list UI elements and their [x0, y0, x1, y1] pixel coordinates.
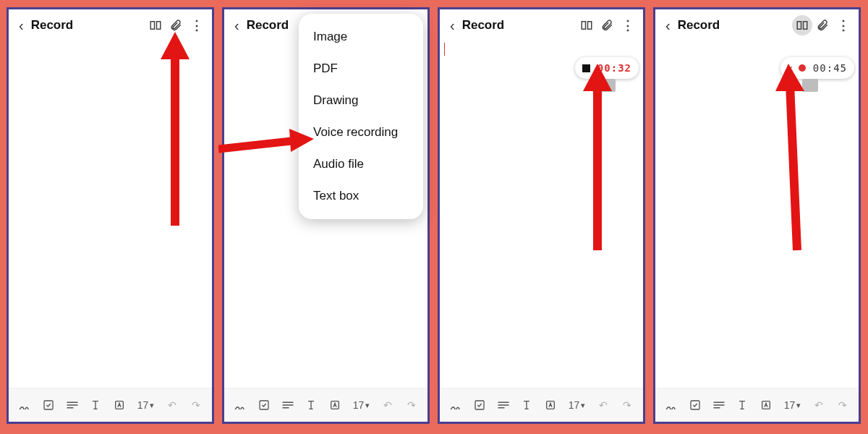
drag-handle[interactable] [802, 79, 818, 92]
text-cursor [444, 43, 445, 56]
undo-button[interactable]: ↶ [162, 394, 183, 416]
header: ‹ Record ⋮ [440, 9, 643, 41]
back-icon[interactable]: ‹ [14, 17, 28, 34]
caret-down-icon: ▾ [581, 401, 585, 410]
redo-button[interactable]: ↷ [832, 394, 853, 416]
recording-time: 00:45 [813, 62, 847, 74]
text-format-button[interactable] [732, 394, 753, 416]
back-icon[interactable]: ‹ [230, 17, 244, 34]
collapse-icon[interactable]: ‹ [788, 62, 793, 74]
checkbox-button[interactable] [38, 394, 59, 416]
font-size-value: 17 [137, 399, 149, 411]
header: ‹ Record ⋮ [655, 9, 859, 41]
caret-down-icon: ▾ [796, 401, 801, 410]
recording-pill[interactable]: 00:32 [575, 57, 639, 79]
handwriting-button[interactable] [661, 394, 682, 416]
divider-button[interactable] [708, 394, 729, 416]
attach-icon[interactable] [597, 15, 617, 35]
caret-down-icon: ▾ [150, 401, 154, 410]
text-color-button[interactable] [756, 394, 777, 416]
note-canvas[interactable] [9, 41, 212, 381]
bottom-toolbar: 17▾ ↶ ↷ [655, 388, 859, 422]
attach-icon[interactable] [812, 15, 833, 35]
record-dot-icon[interactable] [799, 64, 806, 72]
text-color-button[interactable] [109, 394, 130, 416]
menu-item-pdf[interactable]: PDF [299, 53, 423, 85]
stop-icon[interactable] [582, 64, 590, 72]
font-size-button[interactable]: 17▾ [563, 394, 590, 416]
page-title: Record [462, 18, 505, 33]
font-size-value: 17 [569, 399, 580, 411]
font-size-value: 17 [353, 399, 365, 411]
handwriting-button[interactable] [446, 394, 467, 416]
recording-pill[interactable]: ‹ 00:45 [780, 57, 854, 79]
checkbox-button[interactable] [254, 394, 275, 416]
phone-panel-3: ‹ Record ⋮ 00:32 17▾ ↶ ↷ [438, 7, 645, 424]
svg-rect-2 [260, 401, 268, 409]
attach-menu: Image PDF Drawing Voice recording Audio … [299, 14, 423, 219]
font-size-value: 17 [784, 399, 796, 411]
font-size-button[interactable]: 17▾ [348, 394, 375, 416]
checkbox-button[interactable] [685, 394, 706, 416]
handwriting-button[interactable] [230, 394, 251, 416]
redo-button[interactable]: ↷ [401, 394, 422, 416]
redo-button[interactable]: ↷ [185, 394, 206, 416]
text-color-button[interactable] [540, 394, 561, 416]
menu-item-image[interactable]: Image [299, 21, 423, 53]
text-format-button[interactable] [301, 394, 322, 416]
text-color-button[interactable] [325, 394, 346, 416]
reading-mode-icon[interactable] [576, 15, 597, 35]
svg-rect-6 [691, 401, 699, 409]
menu-item-text-box[interactable]: Text box [299, 180, 423, 212]
checkbox-button[interactable] [469, 394, 490, 416]
recording-time: 00:32 [597, 62, 631, 74]
phone-panel-2: ‹ Record Image PDF Drawing Voice recordi… [222, 7, 430, 424]
attach-icon[interactable] [166, 15, 186, 35]
back-icon[interactable]: ‹ [446, 17, 459, 34]
menu-item-voice-recording[interactable]: Voice recording [299, 116, 423, 148]
drag-handle[interactable] [600, 79, 616, 92]
reading-mode-icon[interactable] [145, 15, 166, 35]
more-icon[interactable]: ⋮ [186, 15, 206, 35]
note-canvas[interactable] [655, 41, 859, 381]
menu-item-drawing[interactable]: Drawing [299, 85, 423, 116]
phone-panel-1: ‹ Record ⋮ 17▾ ↶ ↷ [7, 7, 214, 424]
page-title: Record [247, 18, 289, 33]
undo-button[interactable]: ↶ [378, 394, 399, 416]
redo-button[interactable]: ↷ [616, 394, 637, 416]
reading-mode-icon[interactable] [792, 15, 812, 35]
divider-button[interactable] [493, 394, 514, 416]
font-size-button[interactable]: 17▾ [779, 394, 806, 416]
divider-button[interactable] [277, 394, 298, 416]
text-format-button[interactable] [516, 394, 537, 416]
page-title: Record [31, 18, 74, 33]
font-size-button[interactable]: 17▾ [132, 394, 159, 416]
phone-panel-4: ‹ Record ⋮ ‹ 00:45 17▾ ↶ ↷ [653, 7, 861, 424]
svg-rect-4 [475, 401, 484, 409]
caret-down-icon: ▾ [365, 401, 370, 410]
svg-rect-0 [44, 401, 53, 409]
header: ‹ Record ⋮ [9, 9, 212, 41]
divider-button[interactable] [61, 394, 82, 416]
page-title: Record [678, 18, 720, 33]
menu-item-audio-file[interactable]: Audio file [299, 148, 423, 180]
bottom-toolbar: 17▾ ↶ ↷ [224, 388, 427, 422]
undo-button[interactable]: ↶ [593, 394, 614, 416]
more-icon[interactable]: ⋮ [833, 15, 853, 35]
text-format-button[interactable] [85, 394, 106, 416]
note-canvas[interactable] [440, 41, 643, 381]
bottom-toolbar: 17▾ ↶ ↷ [440, 388, 643, 422]
bottom-toolbar: 17▾ ↶ ↷ [9, 388, 212, 422]
undo-button[interactable]: ↶ [809, 394, 830, 416]
handwriting-button[interactable] [14, 394, 35, 416]
back-icon[interactable]: ‹ [661, 17, 675, 34]
more-icon[interactable]: ⋮ [617, 15, 637, 35]
